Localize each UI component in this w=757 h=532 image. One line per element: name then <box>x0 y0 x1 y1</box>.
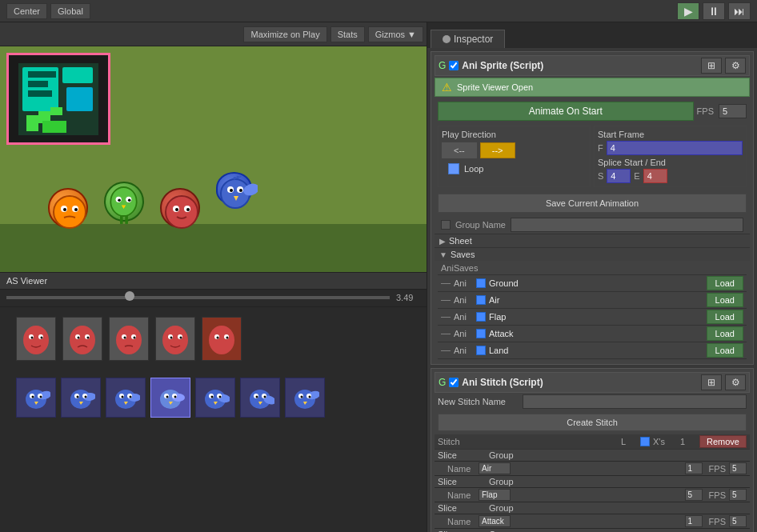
group-name-label: Group Name <box>455 220 506 230</box>
stitch-remove-header-btn[interactable]: Remove <box>699 435 747 448</box>
main-layout: Maximize on Play Stats Gizmos ▼ <box>0 22 757 532</box>
loop-label: Loop <box>464 164 483 174</box>
stitch-group-1: Slice Group Name FPS <box>435 450 750 476</box>
inspector-tab[interactable]: Inspector <box>431 30 505 48</box>
ani-label-2: Ani <box>454 312 473 322</box>
stitch-fps-input-1[interactable] <box>729 489 747 501</box>
group-name-input[interactable] <box>511 218 743 232</box>
bird-frame-5[interactable] <box>195 378 235 418</box>
load-button-attack[interactable]: Load <box>707 326 743 341</box>
global-button[interactable]: Global <box>50 3 90 19</box>
red-sprite-frame-2[interactable] <box>62 317 102 361</box>
script-g-icon: G <box>439 60 446 71</box>
sprite-scroll-area[interactable] <box>0 307 427 533</box>
inspector-tab-label: Inspector <box>454 34 493 45</box>
stitch-name-input-1[interactable] <box>479 489 511 501</box>
frame-f-row: F <box>598 141 743 155</box>
svg-point-77 <box>84 395 86 398</box>
animation-slider-track[interactable] <box>6 296 390 299</box>
bird-frame-2[interactable] <box>61 378 101 418</box>
bird-frame-4-selected[interactable] <box>150 378 190 418</box>
load-button-land[interactable]: Load <box>707 343 743 358</box>
fps-input[interactable] <box>719 104 747 118</box>
left-dir-button[interactable]: <-- <box>442 142 477 158</box>
anisaves-header-row: AniSaves <box>438 262 747 275</box>
save-dot-2 <box>476 312 486 322</box>
red-sprite-frame-5[interactable] <box>202 317 242 361</box>
maximize-on-play-button[interactable]: Maximize on Play <box>243 26 326 42</box>
red-sprite-frame-4[interactable] <box>155 317 195 361</box>
svg-point-90 <box>166 395 168 398</box>
next-button[interactable]: ⏭ <box>728 2 751 20</box>
script-enabled-checkbox[interactable] <box>449 61 459 70</box>
stitch-group-2: Group <box>489 503 537 513</box>
stitch-enabled-checkbox[interactable] <box>449 378 459 387</box>
load-button-air[interactable]: Load <box>707 293 743 307</box>
svg-point-45 <box>70 326 95 354</box>
save-eq-2: — <box>441 311 451 322</box>
stitch-gear-btn[interactable]: ⚙ <box>725 374 746 390</box>
ani-label-0: Ani <box>454 278 473 288</box>
inspector-dot <box>443 35 451 43</box>
create-stitch-button[interactable]: Create Stitch <box>438 414 747 431</box>
play-button[interactable]: ▶ <box>677 2 699 20</box>
stitch-name-label-2: Name <box>447 517 475 526</box>
svg-point-40 <box>23 326 49 354</box>
svg-rect-24 <box>120 215 123 224</box>
stitch-l-checkbox[interactable] <box>640 437 650 446</box>
splice-e-input[interactable] <box>643 169 667 183</box>
inspector-scroll[interactable]: G Ani Sprite (Script) ⊞ ⚙ ⚠ Sprite Viewe… <box>427 48 757 532</box>
script-icon-btn[interactable]: ⊞ <box>701 58 722 74</box>
bird-frame-7[interactable] <box>285 378 325 418</box>
bird-frame-3[interactable] <box>106 378 146 418</box>
svg-point-38 <box>239 189 242 192</box>
svg-rect-25 <box>125 215 128 224</box>
loop-checkbox[interactable] <box>448 163 459 174</box>
svg-point-49 <box>87 336 90 338</box>
svg-point-84 <box>129 395 131 398</box>
stitch-name-input-2[interactable] <box>479 515 511 527</box>
stats-button[interactable]: Stats <box>330 26 365 42</box>
svg-rect-8 <box>28 71 56 78</box>
red-sprite-frame-1[interactable] <box>16 317 56 361</box>
load-button-flap[interactable]: Load <box>707 310 743 324</box>
stitch-xs-input-2[interactable] <box>685 515 703 527</box>
pause-button[interactable]: ⏸ <box>703 2 725 20</box>
stitch-slice-0: Slice <box>438 450 486 460</box>
svg-point-37 <box>230 189 233 192</box>
stitch-name-input-0[interactable] <box>479 462 511 474</box>
animate-on-start-button[interactable]: Animate On Start <box>438 102 694 121</box>
red-sprite-frame-3[interactable] <box>109 317 149 361</box>
animation-slider-thumb[interactable] <box>125 291 134 301</box>
bird-frame-1[interactable] <box>16 378 56 418</box>
start-frame-section: Start Frame F Splice Start / End S E <box>594 126 747 187</box>
anisaves-label: AniSaves <box>441 263 478 273</box>
sheet-expand-arrow[interactable]: ▶ <box>439 237 446 246</box>
stitch-xs-input-1[interactable] <box>685 489 703 501</box>
stitch-icon-btn[interactable]: ⊞ <box>701 374 722 390</box>
right-dir-button[interactable]: --> <box>480 142 515 158</box>
save-anim-section: Save Current Animation <box>435 190 750 216</box>
right-panel: Inspector G Ani Sprite (Script) ⊞ ⚙ ⚠ Sp… <box>427 22 757 532</box>
svg-point-60 <box>209 326 234 354</box>
splice-s-input[interactable] <box>607 169 631 183</box>
svg-point-70 <box>39 395 42 398</box>
saves-expand-arrow[interactable]: ▼ <box>439 250 447 259</box>
stitch-fps-input-2[interactable] <box>729 515 747 527</box>
save-current-anim-button[interactable]: Save Current Animation <box>438 194 747 213</box>
svg-point-54 <box>134 336 136 338</box>
load-button-ground[interactable]: Load <box>707 276 743 290</box>
stitch-fps-input-0[interactable] <box>729 462 747 474</box>
stitch-xs-input-0[interactable] <box>685 462 703 474</box>
center-button[interactable]: Center <box>6 3 47 19</box>
bird-frame-6[interactable] <box>240 378 280 418</box>
svg-point-22 <box>128 198 131 202</box>
script-gear-btn[interactable]: ⚙ <box>725 58 746 74</box>
group-name-checkbox[interactable] <box>441 220 451 230</box>
svg-point-69 <box>31 395 34 398</box>
svg-point-98 <box>218 395 221 398</box>
svg-rect-6 <box>50 107 62 115</box>
new-stitch-name-input[interactable] <box>523 394 747 409</box>
gizmos-button[interactable]: Gizmos ▼ <box>368 26 423 42</box>
frame-f-input[interactable] <box>607 141 743 155</box>
